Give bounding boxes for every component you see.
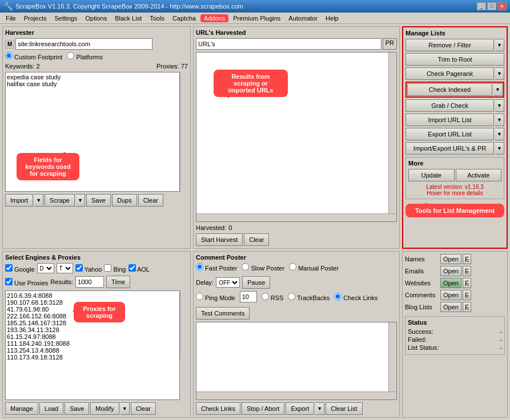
import-button[interactable]: Import: [5, 194, 33, 207]
clear-proxies-button[interactable]: Clear: [131, 402, 156, 415]
check-pagerank-arrow[interactable]: ▼: [495, 67, 504, 80]
yahoo-checkbox[interactable]: [75, 264, 83, 272]
platforms-radio[interactable]: Platforms: [67, 52, 103, 60]
rss-radio[interactable]: RSS: [262, 293, 284, 301]
ping-mode-radio[interactable]: Ping Mode: [196, 293, 235, 301]
fast-poster-radio[interactable]: Fast Poster: [196, 263, 237, 272]
urls-scrollbar-v[interactable]: [388, 52, 396, 221]
start-harvest-button[interactable]: Start Harvest: [196, 233, 243, 246]
google-checkbox-label[interactable]: Google: [5, 264, 35, 273]
menu-tools[interactable]: Tools: [146, 14, 168, 22]
import-export-pr-arrow[interactable]: ▼: [495, 142, 504, 155]
save-proxies-button[interactable]: Save: [65, 402, 89, 415]
ping-value-input[interactable]: [240, 291, 257, 302]
aol-checkbox[interactable]: [128, 264, 136, 272]
comments-open-button[interactable]: Open: [440, 290, 461, 300]
keyword-textarea[interactable]: expedia case study halifax case study: [5, 72, 180, 192]
export-url-list-button[interactable]: Export URL List: [405, 128, 494, 140]
websites-e-button[interactable]: E: [463, 278, 471, 288]
modify-button[interactable]: Modify: [90, 402, 119, 415]
title-bar-controls[interactable]: _ □ ✕: [477, 2, 507, 10]
google-checkbox[interactable]: [5, 264, 13, 272]
menu-options[interactable]: Options: [82, 14, 110, 22]
proxy-list[interactable]: 210.6.39.4:8088 190.107.68.18:3128 41.79…: [5, 290, 180, 400]
manual-poster-radio[interactable]: Manual Poster: [289, 263, 339, 272]
clear-keywords-button[interactable]: Clear: [138, 194, 163, 207]
menu-file[interactable]: File: [2, 14, 19, 22]
yahoo-checkbox-label[interactable]: Yahoo: [75, 264, 102, 273]
websites-open-button[interactable]: Open: [440, 278, 461, 288]
clear-urls-button[interactable]: Clear: [244, 233, 269, 246]
clear-list-button[interactable]: Clear List: [326, 402, 362, 415]
proxy-scrollbar[interactable]: [180, 290, 188, 359]
dups-button[interactable]: Dups: [112, 194, 137, 207]
bing-checkbox-label[interactable]: Bing: [104, 264, 126, 273]
update-button[interactable]: Update: [408, 169, 455, 181]
delay-select[interactable]: OFF: [216, 277, 240, 288]
remove-filter-arrow[interactable]: ▼: [495, 39, 504, 51]
activate-button[interactable]: Activate: [456, 169, 502, 181]
pause-button[interactable]: Pause: [242, 276, 270, 289]
check-links-radio[interactable]: Check Links: [334, 293, 378, 301]
menu-projects[interactable]: Projects: [21, 14, 50, 22]
maximize-button[interactable]: □: [487, 2, 496, 10]
test-comments-button[interactable]: Test Comments: [196, 307, 250, 320]
harvester-url-input[interactable]: [15, 38, 152, 50]
trim-root-button[interactable]: Trim to Root: [405, 53, 504, 66]
check-indexed-arrow[interactable]: ▼: [493, 83, 503, 96]
menu-captcha[interactable]: Captcha: [169, 14, 199, 22]
results-input[interactable]: [75, 276, 104, 288]
close-button[interactable]: ✕: [497, 2, 507, 10]
blog-lists-e-button[interactable]: E: [463, 302, 471, 312]
import-arrow[interactable]: ▼: [34, 194, 43, 207]
import-url-list-button[interactable]: Import URL List: [405, 114, 494, 126]
urls-box[interactable]: Results from scraping or imported URLs: [196, 52, 397, 222]
export-button[interactable]: Export: [286, 402, 314, 415]
keyword-scrollbar[interactable]: [180, 72, 188, 192]
import-url-list-arrow[interactable]: ▼: [495, 114, 504, 126]
stop-abort-button[interactable]: Stop / Abort: [242, 402, 284, 415]
use-proxies-checkbox[interactable]: [5, 278, 13, 285]
comment-scrollbar-v[interactable]: [388, 322, 396, 399]
minimize-button[interactable]: _: [477, 2, 486, 10]
menu-premium[interactable]: Premium Plugins: [230, 14, 284, 22]
export-arrow[interactable]: ▼: [315, 402, 324, 415]
aol-checkbox-label[interactable]: AOL: [128, 264, 150, 273]
menu-help[interactable]: Help: [322, 14, 342, 22]
emails-e-button[interactable]: E: [463, 266, 471, 276]
urls-input[interactable]: [196, 38, 382, 50]
trackbacks-radio[interactable]: TrackBacks: [288, 293, 330, 301]
grab-check-button[interactable]: Grab / Check: [405, 99, 494, 112]
comment-scrollbar-h[interactable]: [196, 391, 396, 399]
menu-addons[interactable]: Addons: [200, 14, 228, 22]
time-button[interactable]: Time: [106, 276, 130, 288]
custom-footprint-radio[interactable]: Custom Footprint: [5, 52, 62, 60]
menu-automator[interactable]: Automator: [285, 14, 321, 22]
comment-textarea[interactable]: [196, 322, 397, 400]
google-select-d[interactable]: D: [37, 263, 54, 273]
manage-proxies-button[interactable]: Manage: [5, 402, 38, 415]
blog-lists-open-button[interactable]: Open: [440, 302, 461, 312]
google-select-t[interactable]: T: [57, 263, 73, 273]
slow-poster-radio[interactable]: Slow Poster: [242, 263, 284, 272]
check-links-button[interactable]: Check Links: [196, 402, 240, 415]
scrape-button[interactable]: Scrape: [45, 194, 75, 207]
check-indexed-button[interactable]: Check Indexed: [407, 83, 492, 96]
comments-e-button[interactable]: E: [463, 290, 471, 300]
bing-checkbox[interactable]: [104, 264, 111, 272]
scrape-arrow[interactable]: ▼: [76, 194, 85, 207]
load-proxies-button[interactable]: Load: [39, 402, 63, 415]
export-url-list-arrow[interactable]: ▼: [495, 128, 504, 140]
save-keywords-button[interactable]: Save: [86, 194, 111, 207]
emails-open-button[interactable]: Open: [440, 266, 461, 276]
menu-blacklist[interactable]: Black List: [111, 14, 145, 22]
modify-arrow[interactable]: ▼: [121, 402, 130, 415]
names-e-button[interactable]: E: [463, 254, 471, 264]
names-open-button[interactable]: Open: [440, 254, 461, 264]
check-pagerank-button[interactable]: Check Pagerank: [405, 67, 494, 80]
menu-settings[interactable]: Settings: [51, 14, 81, 22]
grab-check-arrow[interactable]: ▼: [495, 99, 504, 112]
use-proxies-label[interactable]: Use Proxies: [5, 278, 48, 286]
import-export-pr-button[interactable]: Import/Export URL's & PR: [405, 142, 494, 155]
remove-filter-button[interactable]: Remove / Filter: [405, 39, 494, 51]
